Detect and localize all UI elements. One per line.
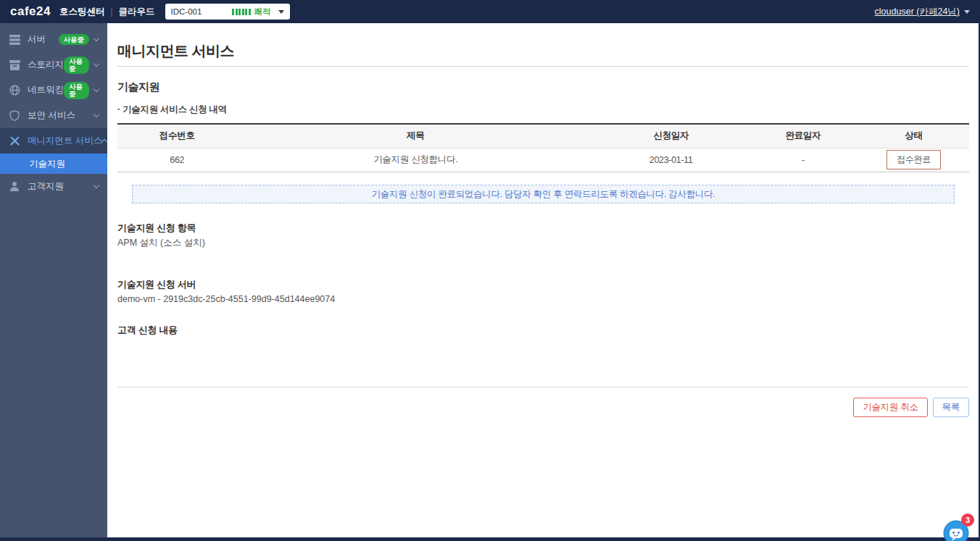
in-use-badge: 사용중 [59, 34, 90, 45]
sidebar-item-networking[interactable]: 네트워킹 사용중 [0, 77, 107, 103]
sidebar-item-label: 서버 [28, 33, 59, 46]
column-header-request-date: 신청일자 [594, 124, 748, 148]
request-server-value: demo-vm - 2919c3dc-25cb-4551-99d9-45d144… [117, 294, 969, 304]
sidebar-subitem-label: 기술지원 [29, 158, 65, 170]
frame-bottom-border [0, 537, 980, 541]
chevron-down-icon [94, 35, 99, 41]
section-label: 클라우드 [119, 6, 155, 18]
sidebar-item-customer-support[interactable]: 고객지원 [0, 174, 107, 199]
chat-unread-badge: 3 [961, 513, 974, 527]
customer-content-label: 고객 신청 내용 [117, 325, 969, 335]
chevron-down-icon [94, 183, 99, 188]
sidebar-item-management[interactable]: 매니지먼트 서비스 [0, 128, 107, 154]
sidebar: 서버 사용중 스토리지 사용중 네트워킹 사용중 보안 서비스 매니지먼트 서비… [0, 23, 107, 537]
user-name: clouduser (카페24님) [875, 6, 960, 18]
list-caption: · 기술지원 서비스 신청 내역 [117, 104, 969, 116]
chevron-down-icon [94, 86, 99, 92]
status-badge: 접수완료 [886, 150, 941, 169]
notice-banner: 기술지원 신청이 완료되었습니다. 담당자 확인 후 연락드리도록 하겠습니다.… [132, 185, 955, 204]
sidebar-item-label: 매니지먼트 서비스 [28, 135, 102, 147]
section-title: 기술지원 [117, 81, 969, 93]
actions-row: 기술지원 취소 목록 [117, 398, 969, 417]
request-item-label: 기술지원 신청 항목 [117, 223, 969, 233]
column-header-title: 제목 [237, 124, 595, 148]
chevron-up-icon [101, 139, 107, 145]
zone-name: IDC-001 [171, 7, 233, 16]
signal-bars-icon [232, 9, 251, 15]
in-use-badge: 사용중 [64, 82, 89, 99]
topbar: cafe24 호스팅센터 | 클라우드 IDC-001 쾌적 clouduser… [0, 0, 980, 23]
sidebar-item-storage[interactable]: 스토리지 사용중 [0, 52, 107, 77]
cell-receipt-no: 662 [117, 148, 237, 172]
list-button[interactable]: 목록 [933, 398, 969, 417]
table-row[interactable]: 662 기술지원 신청합니다. 2023-01-11 - 접수완료 [117, 148, 969, 172]
sidebar-item-label: 보안 서비스 [28, 109, 94, 122]
chevron-down-icon [964, 10, 970, 14]
column-header-status: 상태 [858, 124, 969, 148]
zone-status-label: 쾌적 [254, 7, 271, 17]
request-server-label: 기술지원 신청 서버 [117, 280, 969, 290]
shield-icon [9, 110, 20, 122]
cell-title: 기술지원 신청합니다. [237, 148, 595, 172]
main-content: 매니지먼트 서비스 기술지원 · 기술지원 서비스 신청 내역 접수번호 제목 … [107, 23, 979, 537]
sidebar-subitem-tech-support[interactable]: 기술지원 [0, 154, 107, 174]
sidebar-item-label: 고객지원 [28, 180, 94, 193]
cafe24-logo[interactable]: cafe24 [10, 4, 51, 19]
storage-icon [9, 59, 20, 71]
title-divider [117, 66, 969, 67]
request-item-value: APM 설치 (소스 설치) [117, 238, 969, 248]
service-label: 호스팅센터 [59, 6, 105, 18]
cancel-tech-support-button[interactable]: 기술지원 취소 [853, 398, 927, 417]
topbar-separator: | [110, 7, 112, 17]
sidebar-item-label: 스토리지 [28, 59, 64, 71]
sidebar-item-server[interactable]: 서버 사용중 [0, 27, 107, 52]
sidebar-item-security[interactable]: 보안 서비스 [0, 103, 107, 128]
chevron-down-icon [94, 61, 99, 67]
column-header-complete-date: 완료일자 [748, 124, 859, 148]
actions-divider [117, 387, 969, 387]
page-title: 매니지먼트 서비스 [117, 42, 969, 59]
in-use-badge: 사용중 [64, 56, 89, 74]
chevron-down-icon [278, 10, 284, 14]
table-header-row: 접수번호 제목 신청일자 완료일자 상태 [117, 124, 969, 148]
request-table: 접수번호 제목 신청일자 완료일자 상태 662 기술지원 신청합니다. 202… [117, 123, 969, 172]
chat-launcher[interactable]: 3 [940, 516, 972, 541]
globe-icon [9, 85, 20, 96]
user-menu[interactable]: clouduser (카페24님) [875, 6, 970, 18]
cell-status: 접수완료 [858, 148, 969, 172]
sidebar-item-label: 네트워킹 [28, 84, 64, 96]
tools-icon [9, 135, 20, 147]
cell-request-date: 2023-01-11 [594, 148, 748, 172]
column-header-receipt-no: 접수번호 [117, 124, 237, 148]
chevron-down-icon [94, 112, 99, 117]
cell-complete-date: - [748, 148, 859, 172]
zone-selector-dropdown[interactable]: IDC-001 쾌적 [165, 4, 290, 20]
person-icon [9, 181, 20, 193]
server-icon [9, 34, 20, 46]
